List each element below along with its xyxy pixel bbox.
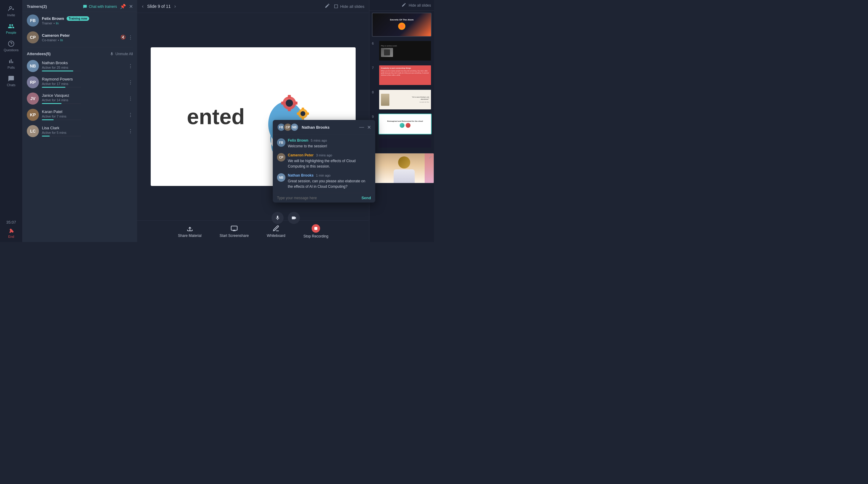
trainer-row-felix: FB Felix Brown Training now Trainer • In	[23, 12, 137, 29]
training-badge: Training now	[67, 16, 90, 21]
video-thumbnail: ⤢	[374, 153, 434, 183]
attendee-status-lisa: Active for 5 mins	[42, 131, 125, 134]
attendee-row-lisa: LC Lisa Clark Active for 5 mins ⋮	[23, 123, 137, 139]
svg-rect-11	[281, 101, 284, 104]
sidebar-item-invite[interactable]: Invite	[0, 2, 22, 20]
slide-thumb-7[interactable]: Creativity is just connecting things Whe…	[378, 65, 432, 86]
chat-msg-sender-1: Cameron Peter	[288, 153, 313, 157]
more-icon-raymond[interactable]: ⋮	[128, 80, 133, 85]
next-slide-button[interactable]: ›	[174, 4, 176, 9]
unmute-all-button[interactable]: Unmute All	[110, 52, 133, 56]
chat-msg-time-1: 3 mins ago	[316, 153, 332, 157]
slide-thumb-6[interactable]: Play is serious work	[378, 40, 432, 61]
share-material-button[interactable]: Share Material	[178, 225, 202, 238]
divider	[27, 47, 133, 47]
trainer-info-cameron: Cameron Peter Co-trainer • In	[42, 33, 118, 42]
main-content: ‹ Slide 9 of 11 › Hide all slides ented	[137, 0, 369, 242]
attendee-name-raymond: Raymond Powers	[42, 77, 125, 81]
top-bar-right: Hide all slides	[324, 3, 364, 10]
chat-trainers-button[interactable]: Chat with trainers	[83, 4, 117, 9]
chat-avatar-3: NB	[290, 123, 299, 131]
trainer-role-cameron: Co-trainer • In	[42, 38, 118, 42]
avatar-lisa: LC	[27, 125, 39, 137]
sidebar-item-polls[interactable]: Polls	[0, 55, 22, 72]
slide-thumb-row-6: 6 Play is serious work	[370, 38, 434, 63]
hide-slides-button[interactable]: Hide all slides	[334, 4, 364, 9]
chat-msg-body-0: Felix Brown 5 mins ago Welcome to the se…	[288, 138, 327, 149]
mute-icon[interactable]: 🔇	[121, 35, 126, 40]
chat-msg-text-1: We will be highlighting the effects of C…	[288, 158, 371, 169]
chat-msg-meta-1: Cameron Peter 3 mins ago	[288, 153, 371, 157]
attendee-name-lisa: Lisa Clark	[42, 126, 125, 130]
svg-rect-16	[302, 117, 304, 120]
attendee-row-janice: JV Janice Vasquez Active for 14 mins ⋮	[23, 90, 137, 107]
chat-popup-header: FB CP NB Nathan Brooks — ✕	[273, 120, 375, 135]
trainer-name-felix: Felix Brown Training now	[42, 16, 133, 21]
attendees-title: Attendees(5)	[27, 52, 51, 56]
attendee-row-karan: KP Karan Patel Active for 7 mins ⋮	[23, 107, 137, 123]
camera-button[interactable]	[288, 212, 300, 224]
attendee-name-janice: Janice Vasquez	[42, 93, 125, 98]
panel-header: Trainers(2) Chat with trainers 📌 ✕	[23, 0, 137, 12]
avatar-nathan: NB	[27, 60, 39, 72]
prev-slide-button[interactable]: ‹	[142, 4, 144, 9]
whiteboard-button[interactable]: Whiteboard	[267, 225, 285, 238]
cameron-actions: 🔇 ⋮	[121, 35, 133, 40]
svg-rect-18	[307, 113, 309, 115]
attendee-name-karan: Karan Patel	[42, 110, 125, 114]
close-chat-icon[interactable]: ✕	[367, 124, 371, 130]
more-icon-janice[interactable]: ⋮	[128, 96, 133, 101]
chat-input-field[interactable]	[277, 196, 359, 200]
slide-number-6: 6	[372, 41, 376, 45]
slide-thumb-9[interactable]: Reimagined and Reinvented for the cloud	[378, 114, 432, 134]
chat-msg-meta-2: Nathan Brooks 1 min ago	[288, 173, 371, 178]
chat-msg-avatar-0: FB	[277, 138, 285, 147]
edit-slides-icon[interactable]	[401, 2, 406, 8]
expand-video-icon[interactable]: ⤢	[429, 155, 432, 159]
end-label: End	[8, 235, 14, 238]
send-message-button[interactable]: Send	[361, 195, 371, 200]
slide-thumb-10[interactable]	[378, 138, 432, 148]
chat-msg-sender-2: Nathan Brooks	[288, 173, 313, 178]
title-slide-thumb[interactable]: Secrets Of The Atom	[372, 13, 432, 37]
avatar-felix: FB	[27, 14, 39, 27]
svg-rect-9	[288, 95, 291, 98]
more-icon-nathan[interactable]: ⋮	[128, 63, 133, 69]
sidebar-chats-label: Chats	[7, 83, 16, 87]
slide-thumb-8[interactable]: "Art is never finished, only abandoned."…	[378, 89, 432, 110]
media-controls	[272, 212, 300, 224]
slide-thumb-row-8: 8 "Art is never finished, only abandoned…	[370, 87, 434, 112]
chat-msg-sender-0: Felix Brown	[288, 138, 308, 143]
pin-icon[interactable]: 📌	[120, 4, 126, 9]
close-icon[interactable]: ✕	[129, 4, 133, 9]
progress-fill-lisa	[42, 135, 50, 137]
microphone-button[interactable]	[272, 212, 284, 224]
svg-point-8	[286, 99, 293, 107]
more-icon-lisa[interactable]: ⋮	[128, 128, 133, 134]
avatar-cameron: CP	[27, 31, 39, 43]
edit-icon[interactable]	[324, 3, 330, 10]
more-icon[interactable]: ⋮	[128, 35, 133, 40]
sidebar-item-people[interactable]: People	[0, 20, 22, 37]
start-screenshare-button[interactable]: Start Screenshare	[220, 225, 249, 238]
chat-msg-time-2: 1 min ago	[316, 174, 330, 177]
session-timer: 35:07	[6, 220, 16, 224]
slide-area: ented	[137, 13, 369, 220]
chat-popup: FB CP NB Nathan Brooks — ✕ FB Felix Brow…	[273, 120, 375, 203]
sidebar-item-questions[interactable]: Questions	[0, 37, 22, 55]
trainer-name-cameron: Cameron Peter	[42, 33, 118, 38]
more-icon-karan[interactable]: ⋮	[128, 112, 133, 118]
slide-indicator: Slide 9 of 11	[147, 4, 170, 9]
end-session-button[interactable]: End	[8, 227, 14, 242]
avatar-raymond: RP	[27, 76, 39, 88]
panel-controls: 📌 ✕	[120, 4, 133, 9]
attendee-row-raymond: RP Raymond Powers Active for 17 mins ⋮	[23, 74, 137, 90]
minimize-icon[interactable]: —	[359, 124, 364, 130]
slide-title-area: Secrets Of The Atom	[370, 11, 434, 38]
stop-recording-button[interactable]: Stop Recording	[304, 224, 329, 238]
chat-msg-avatar-1: CP	[277, 153, 285, 161]
progress-fill-nathan	[42, 70, 73, 71]
progress-bar-raymond	[42, 87, 81, 88]
avatar-janice: JV	[27, 93, 39, 104]
sidebar-item-chats[interactable]: Chats	[0, 72, 22, 90]
